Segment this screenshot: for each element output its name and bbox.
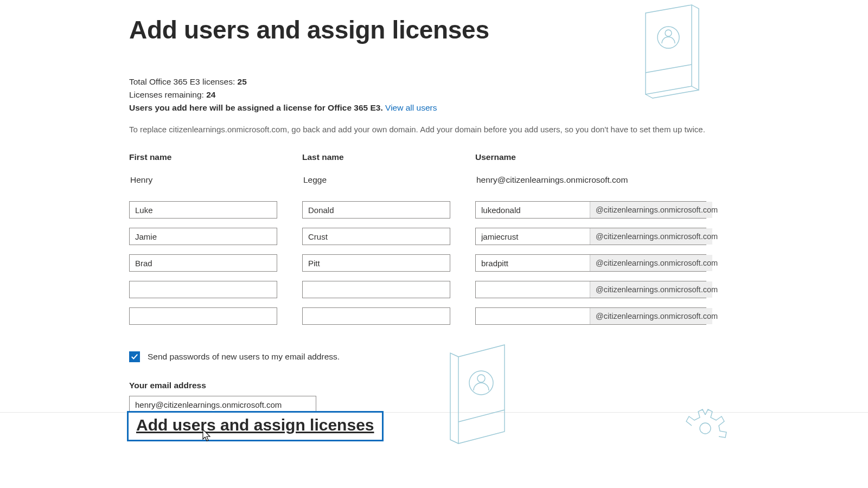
total-licenses-line: Total Office 365 E3 licenses: 25	[129, 77, 737, 87]
col-header-last-name: Last name	[302, 152, 450, 162]
username-input-0[interactable]	[476, 202, 590, 218]
first-name-input-1[interactable]	[129, 228, 277, 245]
your-email-label: Your email address	[129, 381, 737, 390]
svg-point-4	[700, 423, 711, 434]
static-first-name: Henry	[129, 175, 277, 187]
domain-suffix-0[interactable]: @citizenlearnings.onmicrosoft.com	[590, 202, 712, 218]
remaining-licenses-label: Licenses remaining:	[129, 90, 206, 99]
col-header-username: Username	[475, 152, 706, 162]
send-passwords-label: Send passwords of new users to my email …	[148, 352, 340, 362]
total-licenses-value: 25	[238, 77, 247, 86]
user-grid: First name Henry Last name Legge Usernam…	[129, 152, 737, 334]
first-name-input-3[interactable]	[129, 281, 277, 298]
last-name-input-3[interactable]	[302, 281, 450, 298]
total-licenses-label: Total Office 365 E3 licenses:	[129, 77, 238, 86]
remaining-licenses-line: Licenses remaining: 24	[129, 90, 737, 100]
remaining-licenses-value: 24	[206, 90, 215, 99]
first-name-input-0[interactable]	[129, 201, 277, 219]
first-name-input-4[interactable]	[129, 307, 277, 325]
username-row-3: @citizenlearnings.onmicrosoft.com	[475, 281, 706, 298]
domain-suffix-3[interactable]: @citizenlearnings.onmicrosoft.com	[590, 281, 712, 298]
username-row-1: @citizenlearnings.onmicrosoft.com	[475, 228, 706, 245]
svg-point-3	[477, 375, 485, 382]
page-title: Add users and assign licenses	[129, 15, 737, 44]
username-row-4: @citizenlearnings.onmicrosoft.com	[475, 307, 706, 325]
user-card-illustration-bottom	[442, 341, 518, 449]
username-input-4[interactable]	[476, 308, 590, 324]
check-icon	[131, 353, 138, 361]
view-all-users-link[interactable]: View all users	[385, 103, 437, 112]
replace-domain-note: To replace citizenlearnings.onmicrosoft.…	[129, 125, 737, 134]
domain-suffix-2[interactable]: @citizenlearnings.onmicrosoft.com	[590, 255, 712, 271]
username-input-1[interactable]	[476, 228, 590, 245]
username-row-2: @citizenlearnings.onmicrosoft.com	[475, 254, 706, 272]
static-username: henry@citizenlearnings.onmicrosoft.com	[475, 175, 706, 187]
last-name-input-2[interactable]	[302, 254, 450, 272]
static-last-name: Legge	[302, 175, 450, 187]
username-input-3[interactable]	[476, 281, 590, 298]
add-users-submit-button[interactable]: Add users and assign licenses	[127, 411, 384, 441]
gear-illustration	[681, 399, 730, 447]
send-passwords-row: Send passwords of new users to my email …	[129, 351, 737, 362]
last-name-input-4[interactable]	[302, 307, 450, 325]
domain-suffix-4[interactable]: @citizenlearnings.onmicrosoft.com	[590, 308, 712, 324]
assign-note-line: Users you add here will be assigned a li…	[129, 103, 737, 113]
first-name-input-2[interactable]	[129, 254, 277, 272]
username-row-0: @citizenlearnings.onmicrosoft.com	[475, 201, 706, 219]
username-input-2[interactable]	[476, 255, 590, 271]
col-header-first-name: First name	[129, 152, 277, 162]
domain-suffix-1[interactable]: @citizenlearnings.onmicrosoft.com	[590, 228, 712, 245]
assign-note-text: Users you add here will be assigned a li…	[129, 103, 385, 112]
send-passwords-checkbox[interactable]	[129, 351, 140, 362]
last-name-input-0[interactable]	[302, 201, 450, 219]
last-name-input-1[interactable]	[302, 228, 450, 245]
